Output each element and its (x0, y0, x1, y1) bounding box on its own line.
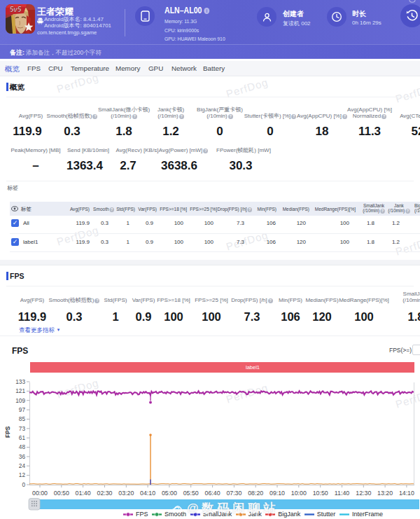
svg-text:09:10: 09:10 (270, 490, 285, 497)
svg-text:01:40: 01:40 (76, 490, 91, 497)
svg-text:10:50: 10:50 (313, 490, 328, 497)
svg-text:10:00: 10:00 (291, 490, 307, 497)
svg-text:04:10: 04:10 (140, 490, 155, 497)
svg-text:05:00: 05:00 (162, 490, 177, 497)
svg-text:5v5: 5v5 (10, 6, 22, 13)
svg-text:06:40: 06:40 (205, 490, 220, 497)
svg-text:13:20: 13:20 (377, 490, 393, 497)
svg-text:24: 24 (19, 462, 26, 469)
svg-text:61: 61 (19, 434, 26, 441)
svg-text:00:50: 00:50 (54, 490, 69, 497)
svg-text:36: 36 (19, 453, 26, 460)
svg-text:97: 97 (19, 406, 26, 413)
svg-text:03:20: 03:20 (118, 490, 134, 497)
svg-text:05:50: 05:50 (183, 490, 199, 497)
svg-text:0: 0 (22, 481, 25, 488)
svg-text:FPS: FPS (4, 426, 11, 438)
svg-text:73: 73 (19, 425, 26, 432)
svg-text:12:30: 12:30 (356, 490, 371, 497)
svg-text:48: 48 (19, 443, 26, 450)
svg-text:02:30: 02:30 (97, 490, 112, 497)
svg-text:133: 133 (15, 378, 25, 385)
svg-text:08:20: 08:20 (248, 490, 263, 497)
svg-text:109: 109 (15, 397, 25, 404)
svg-text:14:10: 14:10 (399, 490, 414, 497)
svg-text:00:00: 00:00 (32, 490, 48, 497)
svg-text:85: 85 (19, 415, 26, 422)
svg-text:11:40: 11:40 (335, 490, 349, 497)
svg-text:12: 12 (19, 471, 26, 478)
svg-text:121: 121 (15, 387, 25, 394)
svg-text:07:30: 07:30 (226, 490, 241, 497)
